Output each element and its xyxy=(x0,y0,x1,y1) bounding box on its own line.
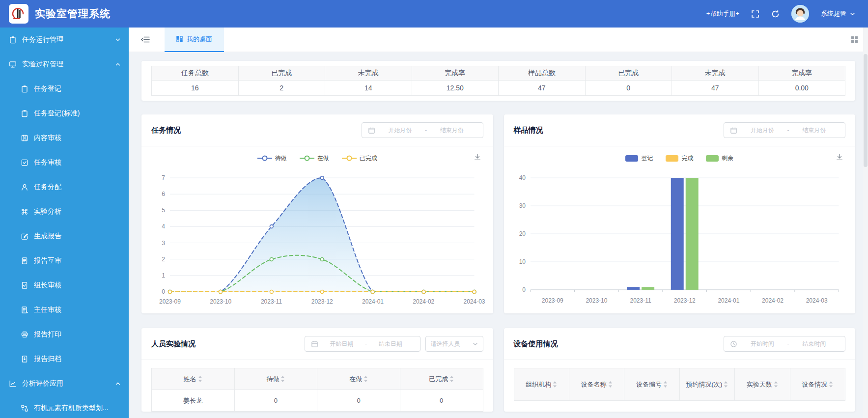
sort-caret-icon[interactable] xyxy=(829,381,833,388)
sidebar-item[interactable]: 生成报告 xyxy=(0,224,129,249)
sidebar-item-label: 实验过程管理 xyxy=(22,60,63,69)
sidebar-item-label: 有机元素有机质类型划... xyxy=(34,404,109,413)
legend-item[interactable]: 剩余 xyxy=(706,154,733,163)
column-header[interactable]: 姓名 xyxy=(152,368,235,390)
sidebar-item[interactable]: 主任审核 xyxy=(0,298,129,322)
sidebar-item[interactable]: 报告互审 xyxy=(0,249,129,273)
legend-item[interactable]: 已完成 xyxy=(342,154,377,163)
sidebar-item[interactable]: 报告归档 xyxy=(0,347,129,371)
sidebar-item[interactable]: 分析评价应用 xyxy=(0,371,129,396)
document-icon xyxy=(21,257,28,265)
column-header[interactable]: 已完成 xyxy=(400,368,483,390)
fullscreen-icon[interactable] xyxy=(751,10,759,18)
scrollbar-thumb[interactable] xyxy=(864,54,868,167)
sample-bar-chart: 0102030402023-092023-102023-112023-12202… xyxy=(510,170,850,307)
sample-chart: 0102030402023-092023-102023-112023-12202… xyxy=(504,170,856,313)
svg-text:2023-10: 2023-10 xyxy=(586,297,607,304)
svg-text:2023-09: 2023-09 xyxy=(159,298,181,305)
column-header[interactable]: 待做 xyxy=(234,368,317,390)
doc-check-icon xyxy=(21,281,28,289)
download-icon[interactable] xyxy=(474,153,481,161)
sort-caret-icon[interactable] xyxy=(364,375,368,383)
svg-text:0: 0 xyxy=(162,288,165,295)
legend-item[interactable]: 登记 xyxy=(625,154,653,163)
clipboard-icon xyxy=(21,110,28,117)
task-panel: 任务情况 开始月份 - 结束月份 待做在做已完成 xyxy=(141,114,493,313)
device-time-range-picker[interactable]: 开始时间 - 结束时间 xyxy=(724,336,845,352)
calendar-icon xyxy=(730,127,737,134)
content: 任务总数已完成未完成完成率样品总数已完成未完成完成率1621412.504704… xyxy=(129,52,868,418)
task-month-range-picker[interactable]: 开始月份 - 结束月份 xyxy=(362,122,483,138)
legend-item[interactable]: 完成 xyxy=(666,154,693,163)
sidebar-item[interactable]: 实验过程管理 xyxy=(0,52,129,77)
sort-caret-icon[interactable] xyxy=(663,381,668,388)
apps-grid-icon[interactable] xyxy=(851,36,858,43)
menu-fold-icon[interactable] xyxy=(140,36,150,43)
sample-month-range-picker[interactable]: 开始月份 - 结束月份 xyxy=(724,122,845,138)
column-header[interactable]: 设备名称 xyxy=(569,368,624,401)
user-menu[interactable]: 系统超管 xyxy=(821,9,855,18)
column-header[interactable]: 设备编号 xyxy=(624,368,679,401)
sidebar-item[interactable]: 内容审核 xyxy=(0,126,129,150)
sidebar-item[interactable]: 任务分配 xyxy=(0,175,129,199)
sort-caret-icon[interactable] xyxy=(198,375,202,383)
sidebar-item[interactable]: 任务登记(标准) xyxy=(0,101,129,126)
svg-text:40: 40 xyxy=(519,174,526,181)
save-icon xyxy=(21,134,28,142)
sort-caret-icon[interactable] xyxy=(724,381,728,388)
sample-chart-legend: 登记完成剩余 xyxy=(625,154,733,163)
end-month-placeholder: 结束月份 xyxy=(427,126,477,135)
monitor-icon xyxy=(9,60,17,68)
stats-header-cell: 完成率 xyxy=(758,66,845,81)
sidebar-item-label: 报告归档 xyxy=(34,355,61,363)
legend-item[interactable]: 在做 xyxy=(300,154,329,163)
column-header[interactable]: 设备情况 xyxy=(790,368,845,401)
svg-text:20: 20 xyxy=(519,230,526,237)
app-root: 实验室管理系统 +帮助手册+ 系统超管 xyxy=(0,0,868,418)
chevron-up-icon xyxy=(115,381,121,387)
sidebar-item[interactable]: 报告打印 xyxy=(0,322,129,347)
help-link[interactable]: +帮助手册+ xyxy=(706,9,739,18)
tab-my-desktop[interactable]: 我的桌面 xyxy=(165,28,224,52)
chevron-down-icon xyxy=(115,37,121,43)
svg-text:2024-02: 2024-02 xyxy=(413,298,434,305)
stats-value-cell: 0 xyxy=(585,81,672,96)
person-date-range-picker[interactable]: 开始日期 - 结束日期 xyxy=(305,336,420,352)
person-select[interactable]: 请选择人员 xyxy=(425,336,483,352)
stats-header-cell: 完成率 xyxy=(412,66,499,81)
sidebar-item[interactable]: 任务运行管理 xyxy=(0,28,129,52)
column-header[interactable]: 实验天数 xyxy=(735,368,790,401)
sidebar-item[interactable]: 实验分析 xyxy=(0,199,129,224)
sidebar-item[interactable]: 任务审核 xyxy=(0,150,129,175)
nodes-icon xyxy=(21,404,28,412)
calendar-icon xyxy=(368,127,375,134)
top-header: 实验室管理系统 +帮助手册+ 系统超管 xyxy=(0,0,868,28)
sidebar-item-label: 任务登记(标准) xyxy=(34,109,80,118)
download-icon[interactable] xyxy=(836,153,843,161)
sidebar-item[interactable]: 组长审核 xyxy=(0,273,129,298)
sidebar-item-label: 任务审核 xyxy=(34,158,61,167)
sidebar-item[interactable]: 任务登记 xyxy=(0,77,129,101)
stats-value-cell: 12.50 xyxy=(412,81,499,96)
sort-caret-icon[interactable] xyxy=(553,381,557,388)
avatar[interactable] xyxy=(791,5,809,23)
svg-text:10: 10 xyxy=(519,258,526,265)
column-header[interactable]: 在做 xyxy=(317,368,400,390)
sort-caret-icon[interactable] xyxy=(280,375,285,383)
legend-item[interactable]: 待做 xyxy=(257,154,287,163)
sort-caret-icon[interactable] xyxy=(608,381,613,388)
scrollbar[interactable] xyxy=(863,28,868,418)
sidebar-item-label: 内容审核 xyxy=(34,134,61,142)
stats-header-cell: 已完成 xyxy=(238,66,325,81)
end-time-placeholder: 结束时间 xyxy=(789,340,840,348)
sort-caret-icon[interactable] xyxy=(449,375,454,383)
sample-panel: 样品情况 开始月份 - 结束月份 登记完成剩余 xyxy=(504,114,856,313)
table-row[interactable]: 姜长龙000 xyxy=(152,390,483,412)
sidebar-item[interactable]: 有机元素有机质类型划... xyxy=(0,396,129,418)
stats-value-cell: 47 xyxy=(499,81,586,96)
column-header[interactable]: 预约情况(次) xyxy=(679,368,734,401)
sidebar-item-label: 主任审核 xyxy=(34,306,61,314)
column-header[interactable]: 组织机构 xyxy=(514,368,569,401)
sort-caret-icon[interactable] xyxy=(774,381,778,388)
refresh-icon[interactable] xyxy=(771,10,780,18)
